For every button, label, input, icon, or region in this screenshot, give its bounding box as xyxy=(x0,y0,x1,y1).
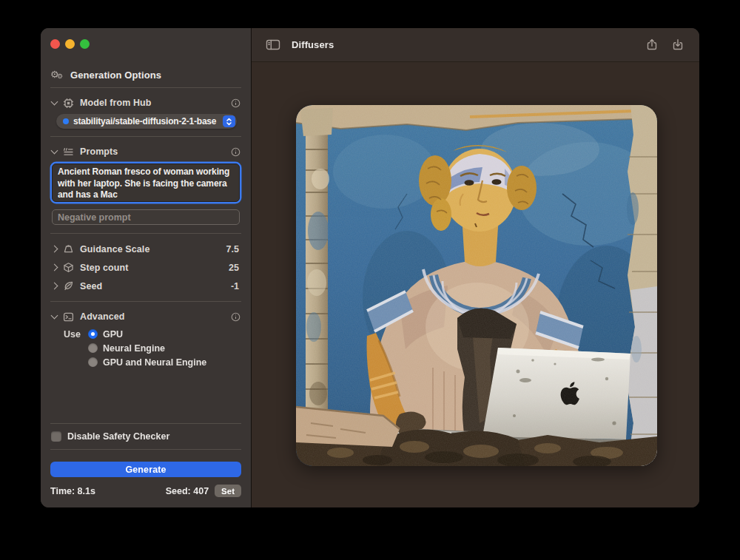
radio-gpu-label: GPU xyxy=(103,329,123,340)
text-quote-icon xyxy=(62,146,75,158)
prompts-label: Prompts xyxy=(80,146,224,157)
radio-row-gpu: Use GPU xyxy=(50,327,241,341)
info-icon[interactable] xyxy=(229,146,241,158)
status-bar: Time: 8.1s Seed: 407 Set xyxy=(50,485,241,497)
guidance-scale-row: Guidance Scale 7.5 xyxy=(50,240,241,258)
model-section-row: Model from Hub xyxy=(50,94,241,112)
radio-neural-engine[interactable] xyxy=(88,343,98,353)
close-button[interactable] xyxy=(50,39,60,49)
cpu-icon xyxy=(62,97,75,109)
generated-image[interactable] xyxy=(296,105,657,466)
step-count-row: Step count 25 xyxy=(50,258,241,277)
seed-status: Seed: 407 xyxy=(166,486,209,496)
radio-gpu[interactable] xyxy=(88,329,98,339)
negative-prompt-input[interactable] xyxy=(52,209,240,225)
model-label: Model from Hub xyxy=(80,98,224,108)
sidebar-toggle-icon[interactable] xyxy=(266,38,280,53)
terminal-icon xyxy=(62,311,75,323)
radio-neural-engine-label: Neural Engine xyxy=(103,343,165,354)
main-content: Diffusers xyxy=(252,28,699,507)
seed-row: Seed -1 xyxy=(50,277,241,295)
chevron-right-icon[interactable] xyxy=(51,246,58,253)
share-icon[interactable] xyxy=(645,38,659,53)
safety-checker-row: Disable Safety Checker xyxy=(50,428,241,445)
sidebar-title: Generation Options xyxy=(70,70,161,81)
compute-unit-group: Use GPU Neural Engine GPU and Neural Eng… xyxy=(50,327,241,369)
chevron-down-icon[interactable] xyxy=(51,312,58,320)
chevron-down-icon[interactable] xyxy=(51,98,58,106)
radio-row-gpu-neural: GPU and Neural Engine xyxy=(50,355,241,369)
prompt-input[interactable]: Ancient Roman fresco of woman working wi… xyxy=(52,163,240,202)
radio-gpu-neural-label: GPU and Neural Engine xyxy=(103,357,206,368)
image-canvas xyxy=(252,62,699,507)
cube-icon xyxy=(62,261,75,274)
model-select[interactable]: stabilityai/stable-diffusion-2-1-base xyxy=(56,114,237,129)
guidance-scale-label: Guidance Scale xyxy=(80,244,221,254)
seed-value: -1 xyxy=(231,281,239,291)
window-controls xyxy=(50,39,241,49)
divider xyxy=(50,87,241,88)
chevron-right-icon[interactable] xyxy=(51,264,58,271)
divider xyxy=(50,233,241,234)
radio-row-neural-engine: Neural Engine xyxy=(50,341,241,355)
info-icon[interactable] xyxy=(229,97,241,109)
use-label: Use xyxy=(64,329,83,340)
chevron-down-icon[interactable] xyxy=(51,147,58,155)
save-image-icon[interactable] xyxy=(670,38,685,53)
advanced-section-row: Advanced xyxy=(50,308,241,325)
stepper-icon[interactable] xyxy=(223,115,235,127)
radio-gpu-and-neural-engine[interactable] xyxy=(88,357,98,367)
scale-weight-icon xyxy=(62,243,75,255)
sidebar-header: ⚙⚙ Generation Options xyxy=(50,68,241,81)
step-count-value: 25 xyxy=(229,263,239,273)
advanced-label: Advanced xyxy=(80,311,224,322)
set-seed-button[interactable]: Set xyxy=(215,485,241,497)
safety-checkbox[interactable] xyxy=(51,431,61,442)
divider xyxy=(50,449,241,450)
divider xyxy=(50,423,241,424)
prompts-section-row: Prompts xyxy=(50,143,241,161)
minimize-button[interactable] xyxy=(65,39,75,49)
divider xyxy=(50,301,241,302)
safety-checkbox-label: Disable Safety Checker xyxy=(67,431,169,442)
info-icon[interactable] xyxy=(229,311,241,323)
model-status-dot xyxy=(63,118,69,124)
toolbar: Diffusers xyxy=(252,28,699,62)
zoom-button[interactable] xyxy=(80,39,90,49)
chevron-right-icon[interactable] xyxy=(51,283,58,290)
model-select-value: stabilityai/stable-diffusion-2-1-base xyxy=(73,116,218,126)
gears-icon: ⚙⚙ xyxy=(50,69,65,81)
generate-button[interactable]: Generate xyxy=(50,462,241,477)
leaf-icon xyxy=(62,280,75,292)
time-status: Time: 8.1s xyxy=(50,486,166,496)
step-count-label: Step count xyxy=(80,263,223,273)
window-title: Diffusers xyxy=(292,39,633,50)
divider xyxy=(50,136,241,137)
sidebar: ⚙⚙ Generation Options Model from Hub sta… xyxy=(41,28,251,507)
app-window: ⚙⚙ Generation Options Model from Hub sta… xyxy=(41,28,699,507)
guidance-scale-value: 7.5 xyxy=(226,244,239,254)
seed-label: Seed xyxy=(80,281,226,291)
